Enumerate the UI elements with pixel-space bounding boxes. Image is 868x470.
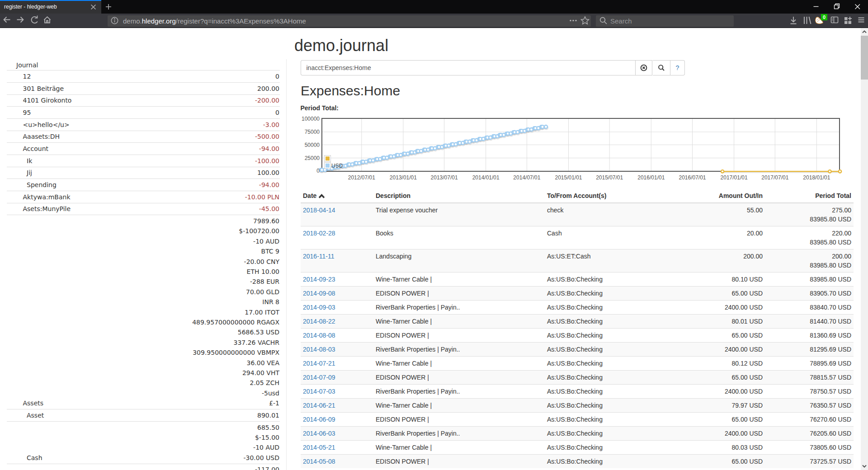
svg-text:2012/07/01: 2012/07/01	[348, 174, 375, 181]
svg-text:2015/07/01: 2015/07/01	[596, 174, 623, 181]
svg-text:USD: USD	[331, 163, 343, 169]
svg-text:75000: 75000	[305, 129, 320, 135]
svg-text:2017/01/01: 2017/01/01	[721, 174, 748, 181]
svg-text:0: 0	[823, 14, 826, 20]
svg-text:2016/07/01: 2016/07/01	[679, 174, 706, 181]
svg-text:2013/01/01: 2013/01/01	[390, 174, 417, 181]
svg-text:2015/01/01: 2015/01/01	[555, 174, 582, 181]
svg-text:50000: 50000	[305, 142, 320, 148]
svg-text:2014/07/01: 2014/07/01	[513, 174, 540, 181]
svg-text:25000: 25000	[305, 155, 320, 161]
svg-text:100000: 100000	[302, 116, 320, 122]
svg-text:2013/07/01: 2013/07/01	[431, 174, 458, 181]
svg-text:2014/01/01: 2014/01/01	[472, 174, 500, 181]
svg-text:0: 0	[316, 168, 320, 174]
svg-text:2018/01/01: 2018/01/01	[803, 174, 830, 181]
svg-text:2016/01/01: 2016/01/01	[637, 174, 665, 181]
svg-text:2017/07/01: 2017/07/01	[761, 174, 788, 181]
